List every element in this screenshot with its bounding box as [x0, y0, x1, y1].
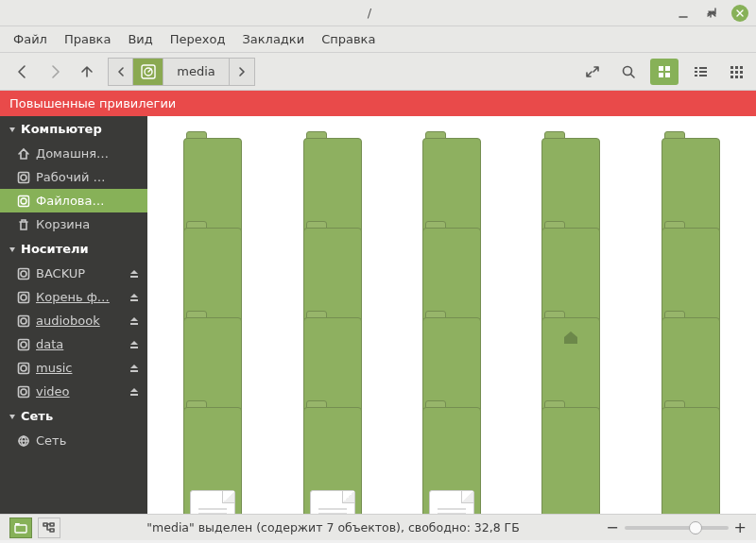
menu-view[interactable]: Вид	[120, 28, 160, 50]
folder-item[interactable]: run	[635, 311, 747, 383]
nav-forward[interactable]	[45, 62, 64, 81]
path-current[interactable]: media	[163, 59, 230, 85]
folder-item[interactable]: sbin	[157, 400, 268, 473]
eject-icon[interactable]	[129, 315, 140, 327]
sidebar-item[interactable]: audiobook	[0, 309, 147, 332]
folder-item[interactable]: etc	[635, 131, 747, 204]
tree-toggle[interactable]	[38, 518, 60, 538]
minimize-button[interactable]	[675, 5, 692, 22]
zoom-control: − +	[606, 518, 747, 536]
home-marker-icon	[562, 330, 579, 345]
svg-rect-18	[730, 66, 733, 69]
zoom-out[interactable]: −	[606, 518, 618, 536]
statusbar: "media" выделен (содержит 7 объектов), с…	[0, 514, 756, 540]
sidebar-item[interactable]: Домашня…	[0, 142, 147, 165]
folder-item[interactable]: mnt	[157, 311, 268, 383]
sidebar-item[interactable]: BACKUP	[0, 262, 147, 285]
svg-rect-16	[695, 75, 697, 76]
icon-view-button[interactable]	[650, 59, 679, 85]
folder-item[interactable]: srv	[277, 400, 388, 473]
sidebar-item[interactable]: video	[0, 380, 147, 403]
svg-point-40	[21, 365, 26, 371]
sidebar-item[interactable]: Файлова…	[0, 189, 147, 212]
path-next[interactable]	[230, 59, 254, 85]
folder-icon	[422, 131, 481, 178]
close-icon	[731, 5, 748, 22]
sidebar-section-header[interactable]: Сеть	[0, 403, 147, 429]
sidebar-item[interactable]: Корзина	[0, 212, 147, 236]
folder-content[interactable]: binbootcdromdevetchomeliblib32lib64media…	[147, 116, 756, 514]
folder-item[interactable]: opt	[277, 311, 388, 383]
sidebar-item[interactable]: Рабочий …	[0, 165, 147, 189]
folder-item[interactable]: proc	[396, 311, 507, 383]
folder-icon	[541, 131, 600, 178]
svg-rect-9	[665, 66, 670, 71]
file-item[interactable]	[157, 490, 268, 514]
svg-rect-21	[730, 71, 733, 74]
svg-point-30	[21, 198, 26, 204]
disk-icon	[17, 338, 30, 351]
compact-view-button[interactable]	[722, 59, 750, 85]
sidebar-section-header[interactable]: Носители	[0, 236, 147, 262]
nav-back[interactable]	[13, 62, 32, 81]
svg-rect-23	[740, 71, 743, 74]
file-item[interactable]	[277, 490, 388, 514]
svg-rect-8	[659, 66, 663, 71]
sidebar-section-header[interactable]: Компьютер	[0, 116, 147, 142]
path-bar: media	[108, 58, 255, 86]
folder-icon	[303, 221, 362, 268]
folder-item[interactable]: media	[635, 221, 747, 294]
disk-icon	[17, 267, 30, 280]
list-icon	[693, 64, 708, 79]
places-toggle[interactable]	[9, 518, 32, 538]
menu-file[interactable]: Файл	[6, 28, 55, 50]
menu-bookmarks[interactable]: Закладки	[234, 28, 312, 50]
sidebar-item[interactable]: Корень ф…	[0, 285, 147, 309]
eject-icon[interactable]	[129, 292, 140, 303]
folder-item[interactable]: bin	[157, 131, 268, 204]
svg-rect-41	[19, 386, 29, 397]
folder-item[interactable]: root	[515, 311, 627, 383]
menu-help[interactable]: Справка	[314, 28, 383, 50]
maximize-button[interactable]	[703, 5, 720, 22]
eject-icon[interactable]	[129, 363, 140, 374]
folder-item[interactable]: lib	[277, 221, 388, 294]
sidebar-item-label: Корень ф…	[36, 290, 142, 304]
list-view-button[interactable]	[686, 59, 714, 85]
menu-edit[interactable]: Правка	[57, 28, 118, 50]
folder-item[interactable]: boot	[277, 131, 388, 204]
file-item[interactable]	[396, 490, 507, 514]
eject-icon[interactable]	[129, 339, 140, 350]
folder-icon	[662, 131, 720, 178]
sidebar-item[interactable]: Сеть	[0, 429, 147, 452]
folder-item[interactable]: lib32	[396, 221, 507, 294]
zoom-in[interactable]: +	[734, 518, 747, 536]
disk-icon	[17, 362, 30, 375]
close-button[interactable]	[731, 5, 748, 22]
sidebar-item[interactable]: data	[0, 332, 147, 356]
eject-icon[interactable]	[129, 386, 140, 398]
menu-go[interactable]: Переход	[163, 28, 233, 50]
folder-item[interactable]: lib64	[515, 221, 627, 294]
folder-item[interactable]: usr	[635, 400, 747, 473]
compact-icon	[729, 64, 744, 79]
folder-item[interactable]: tmp	[515, 400, 627, 473]
search-button[interactable]	[614, 59, 643, 85]
nav-up[interactable]	[77, 62, 96, 81]
folder-item[interactable]: sys	[396, 400, 507, 473]
tree-icon	[43, 522, 56, 534]
folder-item[interactable]: dev	[515, 131, 627, 204]
svg-point-32	[21, 271, 26, 277]
folder-item[interactable]: home	[157, 221, 268, 294]
zoom-slider[interactable]	[625, 526, 729, 530]
toggle-location-button[interactable]	[578, 59, 607, 85]
folder-item[interactable]: cdrom	[396, 131, 507, 204]
svg-rect-25	[735, 76, 738, 78]
disk-icon	[17, 195, 30, 208]
sidebar: КомпьютерДомашня…Рабочий …Файлова…Корзин…	[0, 116, 147, 514]
sidebar-item[interactable]: music	[0, 356, 147, 380]
folder-icon	[183, 311, 242, 358]
path-prev[interactable]	[109, 59, 133, 85]
path-root[interactable]	[133, 59, 163, 85]
eject-icon[interactable]	[129, 268, 140, 280]
